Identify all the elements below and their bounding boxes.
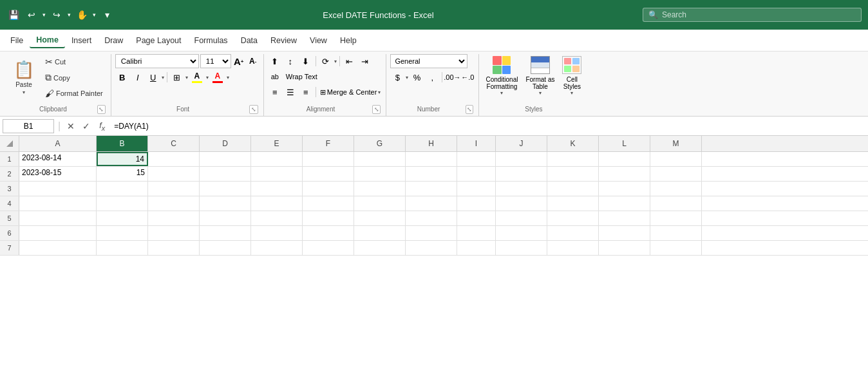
cell-c7[interactable]: [148, 241, 200, 255]
cell-a5[interactable]: [19, 211, 97, 225]
cell-m4[interactable]: [650, 196, 702, 211]
alignment-expand-button[interactable]: ⤡: [372, 105, 381, 114]
quick-access-more-icon[interactable]: ▾: [100, 8, 114, 22]
cell-h5[interactable]: [406, 211, 457, 225]
cell-f6[interactable]: [303, 226, 354, 240]
cell-a2[interactable]: 2023-08-15: [19, 167, 97, 181]
cell-m5[interactable]: [650, 211, 702, 225]
col-header-g[interactable]: G: [354, 136, 406, 151]
comma-button[interactable]: ,: [425, 70, 439, 84]
cell-i2[interactable]: [457, 167, 496, 181]
cell-d1[interactable]: [200, 152, 251, 166]
name-box[interactable]: [3, 119, 54, 133]
cell-m6[interactable]: [650, 226, 702, 240]
font-size-select[interactable]: 11: [200, 54, 231, 68]
cut-button[interactable]: ✂ Cut: [41, 54, 107, 70]
cell-j5[interactable]: [496, 211, 547, 225]
redo-dropdown-icon[interactable]: ▾: [68, 12, 71, 18]
orientation-button[interactable]: ⟳: [319, 54, 333, 68]
cell-j7[interactable]: [496, 241, 547, 255]
copy-button[interactable]: ⧉ Copy: [41, 70, 107, 86]
cell-c1[interactable]: [148, 152, 200, 166]
cell-f1[interactable]: [303, 152, 354, 166]
cell-c2[interactable]: [148, 167, 200, 181]
cell-a6[interactable]: [19, 226, 97, 240]
menu-view[interactable]: View: [303, 33, 334, 48]
wrap-text-button[interactable]: Wrap Text: [283, 71, 320, 82]
cell-d4[interactable]: [200, 196, 251, 211]
col-header-e[interactable]: E: [251, 136, 303, 151]
conditional-formatting-button[interactable]: Conditional Formatting ▾: [483, 54, 520, 98]
cell-styles-dropdown-icon[interactable]: ▾: [571, 90, 573, 96]
cell-h1[interactable]: [406, 152, 457, 166]
menu-file[interactable]: File: [4, 33, 30, 48]
row-num-6[interactable]: 6: [0, 226, 19, 240]
cell-f2[interactable]: [303, 167, 354, 181]
cell-i4[interactable]: [457, 196, 496, 211]
cell-k1[interactable]: [547, 152, 599, 166]
col-header-l[interactable]: L: [599, 136, 650, 151]
cell-d5[interactable]: [200, 211, 251, 225]
cell-m7[interactable]: [650, 241, 702, 255]
cell-b4[interactable]: [97, 196, 148, 211]
cell-b5[interactable]: [97, 211, 148, 225]
font-expand-button[interactable]: ⤡: [249, 105, 258, 114]
search-box[interactable]: 🔍: [643, 8, 862, 22]
cell-k6[interactable]: [547, 226, 599, 240]
cell-g6[interactable]: [354, 226, 406, 240]
cell-k2[interactable]: [547, 167, 599, 181]
cell-e6[interactable]: [251, 226, 303, 240]
cell-styles-button[interactable]: Cell Styles ▾: [560, 54, 584, 98]
increase-font-size-button[interactable]: A+: [232, 55, 245, 68]
formula-confirm-icon[interactable]: ✓: [80, 120, 93, 133]
cell-e5[interactable]: [251, 211, 303, 225]
cell-g3[interactable]: [354, 182, 406, 196]
redo-icon[interactable]: ↪: [50, 8, 64, 22]
cell-k3[interactable]: [547, 182, 599, 196]
align-bottom-button[interactable]: ⬇: [299, 54, 313, 68]
format-as-table-button[interactable]: Format as Table ▾: [523, 54, 557, 98]
font-family-select[interactable]: Calibri: [115, 54, 199, 68]
fill-color-button[interactable]: A: [189, 70, 205, 84]
cell-i7[interactable]: [457, 241, 496, 255]
col-header-m[interactable]: M: [650, 136, 702, 151]
touch-icon[interactable]: ✋: [75, 8, 89, 22]
row-num-5[interactable]: 5: [0, 211, 19, 225]
cell-h6[interactable]: [406, 226, 457, 240]
cell-j3[interactable]: [496, 182, 547, 196]
cell-d7[interactable]: [200, 241, 251, 255]
search-input[interactable]: [662, 10, 856, 19]
font-color-button[interactable]: A: [210, 70, 225, 84]
align-left-button[interactable]: ≡: [268, 85, 282, 99]
cell-e2[interactable]: [251, 167, 303, 181]
cell-b1[interactable]: 14: [97, 152, 148, 166]
cell-i1[interactable]: [457, 152, 496, 166]
cell-i6[interactable]: [457, 226, 496, 240]
cell-e1[interactable]: [251, 152, 303, 166]
orientation-dropdown-icon[interactable]: ▾: [334, 59, 337, 64]
row-num-4[interactable]: 4: [0, 196, 19, 211]
cell-l4[interactable]: [599, 196, 650, 211]
col-header-f[interactable]: F: [303, 136, 354, 151]
formula-cancel-icon[interactable]: ✕: [64, 120, 77, 133]
menu-page-layout[interactable]: Page Layout: [129, 33, 187, 48]
border-dropdown-icon[interactable]: ▾: [185, 75, 188, 80]
col-header-i[interactable]: I: [457, 136, 496, 151]
col-header-b[interactable]: B: [97, 136, 148, 151]
corner-cell[interactable]: [0, 136, 19, 151]
cell-e7[interactable]: [251, 241, 303, 255]
merge-center-button[interactable]: ⊞ Merge & Center ▾: [319, 87, 382, 98]
menu-draw[interactable]: Draw: [98, 33, 129, 48]
cell-a4[interactable]: [19, 196, 97, 211]
italic-button[interactable]: I: [131, 70, 145, 84]
menu-home[interactable]: Home: [30, 33, 65, 48]
cell-j2[interactable]: [496, 167, 547, 181]
cell-g5[interactable]: [354, 211, 406, 225]
dollar-dropdown-icon[interactable]: ▾: [406, 75, 408, 80]
cell-j1[interactable]: [496, 152, 547, 166]
cell-l5[interactable]: [599, 211, 650, 225]
cell-f4[interactable]: [303, 196, 354, 211]
cell-c5[interactable]: [148, 211, 200, 225]
merge-dropdown-icon[interactable]: ▾: [378, 89, 381, 95]
align-top-button[interactable]: ⬆: [268, 54, 282, 68]
